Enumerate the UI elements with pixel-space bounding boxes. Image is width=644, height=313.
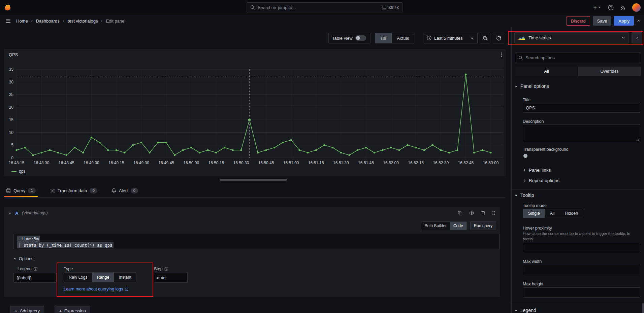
title-label: Title	[523, 98, 530, 102]
database-icon	[6, 188, 11, 193]
tab-transform-data[interactable]: Transform data 0	[48, 185, 99, 197]
tab-alert[interactable]: Alert 0	[109, 185, 140, 197]
panel-resize-handle[interactable]	[220, 179, 287, 181]
tooltip-section-header[interactable]: Tooltip	[514, 193, 534, 198]
legend-section-header[interactable]: Legend	[514, 308, 536, 313]
query-collapse-button[interactable]	[8, 211, 12, 215]
code-option[interactable]: Code	[450, 222, 466, 230]
search-icon	[518, 56, 523, 60]
keyboard-icon	[382, 6, 387, 9]
svg-text:16:50:30: 16:50:30	[233, 161, 249, 165]
breadcrumb-home[interactable]: Home	[16, 19, 28, 24]
type-instant-option[interactable]: Instant	[114, 273, 136, 282]
type-raw-logs-option[interactable]: Raw Logs	[64, 273, 92, 282]
tab-query[interactable]: Query 1	[4, 185, 38, 197]
duplicate-query-button[interactable]	[457, 210, 463, 216]
type-range-option[interactable]: Range	[92, 273, 114, 282]
grafana-logo[interactable]	[3, 3, 12, 12]
time-range-label: Last 5 minutes	[434, 36, 463, 41]
hover-proximity-label: Hover proximity	[523, 226, 552, 231]
step-input[interactable]	[154, 273, 188, 283]
panel-options-section-header[interactable]: Panel options	[514, 83, 549, 89]
grafana-flame-icon	[3, 3, 12, 12]
chevron-down-icon	[598, 6, 601, 9]
max-height-input[interactable]	[523, 287, 640, 298]
tooltip-mode-hidden[interactable]: Hidden	[560, 209, 583, 218]
max-width-input[interactable]	[523, 265, 640, 275]
chevron-down-icon	[470, 36, 474, 40]
learn-more-link[interactable]: Learn more about querying logs	[64, 287, 128, 291]
mega-menu-toggle[interactable]	[4, 17, 12, 25]
tooltip-mode-all[interactable]: All	[545, 209, 560, 218]
query-editor-toolbar: Beta Builder Code Run query	[421, 221, 496, 230]
svg-text:16:49:30: 16:49:30	[133, 161, 149, 165]
discard-button[interactable]: Discard	[567, 16, 590, 26]
help-icon	[608, 5, 614, 10]
toggle-query-visibility-button[interactable]	[469, 210, 475, 216]
svg-text:16:48:15: 16:48:15	[9, 161, 25, 165]
hover-proximity-input[interactable]	[523, 243, 640, 253]
panel-links-section-header[interactable]: Panel links	[523, 168, 551, 173]
breadcrumb-dashboard-name[interactable]: test victorialogs	[68, 19, 98, 24]
svg-text:16:52:30: 16:52:30	[433, 161, 449, 165]
repeat-options-section-header[interactable]: Repeat options	[523, 178, 559, 183]
visualization-picker-button[interactable]: Time series	[514, 32, 629, 43]
panel-title: QPS	[9, 52, 18, 57]
drag-query-handle[interactable]	[491, 210, 496, 216]
zoom-out-icon	[483, 36, 488, 41]
table-view-label: Table view	[332, 36, 353, 41]
query-code-editor[interactable]: _time:5m | stats by (_time:1s) count(*) …	[13, 234, 500, 249]
zoom-out-time-button[interactable]	[480, 33, 490, 43]
svg-text:0: 0	[11, 155, 13, 160]
beta-builder-option[interactable]: Beta Builder	[421, 222, 450, 230]
time-series-viz-icon	[518, 35, 525, 40]
add-menu-button[interactable]: +	[593, 4, 601, 11]
add-expression-button[interactable]: +Expression	[55, 306, 90, 313]
legend-format-input[interactable]	[13, 273, 57, 283]
tooltip-mode-single[interactable]: Single	[523, 209, 545, 218]
clock-icon	[427, 36, 431, 40]
fill-option[interactable]: Fill	[375, 33, 392, 43]
add-query-button[interactable]: +Add query	[10, 306, 44, 313]
chevron-down-icon	[514, 194, 518, 197]
user-avatar[interactable]	[632, 3, 641, 12]
refresh-button[interactable]	[493, 33, 504, 43]
delete-query-button[interactable]	[480, 210, 486, 216]
global-search-input[interactable]: Search or jump to... ctrl+k	[247, 2, 402, 12]
save-button[interactable]: Save	[593, 16, 612, 26]
help-button[interactable]	[608, 5, 614, 10]
apply-button[interactable]: Apply	[614, 16, 634, 26]
panel-description-textarea[interactable]	[523, 124, 640, 142]
collapse-options-pane-button[interactable]	[632, 32, 642, 43]
legend-item-qps[interactable]: qps	[11, 169, 25, 174]
query-type-group: Raw Logs Range Instant	[64, 272, 136, 282]
edit-actions: Discard Save Apply	[567, 16, 641, 26]
section-divider	[512, 189, 644, 189]
filter-all-tab[interactable]: All	[515, 67, 578, 76]
builder-code-group: Beta Builder Code	[421, 221, 467, 230]
run-query-button[interactable]: Run query	[470, 221, 496, 230]
query-row-header: A (VictoriaLogs)	[4, 207, 500, 219]
alert-count-badge: 0	[131, 188, 138, 194]
code-line-1: _time:5m	[17, 236, 496, 242]
info-icon	[164, 267, 168, 271]
transparent-background-label: Transparent background	[523, 147, 569, 152]
qps-chart[interactable]: 0510152025303516:48:1516:48:3016:48:4516…	[4, 65, 506, 170]
filter-overrides-tab[interactable]: Overrides	[578, 67, 641, 76]
query-options-collapse[interactable]: Options	[13, 256, 33, 261]
panel-title-input[interactable]	[523, 103, 640, 113]
tab-transform-label: Transform data	[58, 188, 87, 193]
table-view-toggle[interactable]	[355, 35, 366, 41]
query-count-badge: 1	[28, 188, 35, 194]
chevron-up-icon	[637, 19, 641, 23]
svg-text:16:51:30: 16:51:30	[333, 161, 349, 165]
breadcrumb-dashboards[interactable]: Dashboards	[36, 19, 60, 24]
sidebar-scrollbar-thumb[interactable]	[642, 303, 644, 313]
time-range-picker[interactable]: Last 5 minutes	[423, 33, 478, 43]
options-search-input[interactable]	[525, 55, 638, 60]
actual-option[interactable]: Actual	[392, 33, 415, 43]
panel-menu-button[interactable]	[500, 51, 503, 58]
news-button[interactable]	[620, 5, 625, 10]
bell-icon	[111, 188, 116, 193]
collapse-header-button[interactable]	[637, 19, 641, 23]
